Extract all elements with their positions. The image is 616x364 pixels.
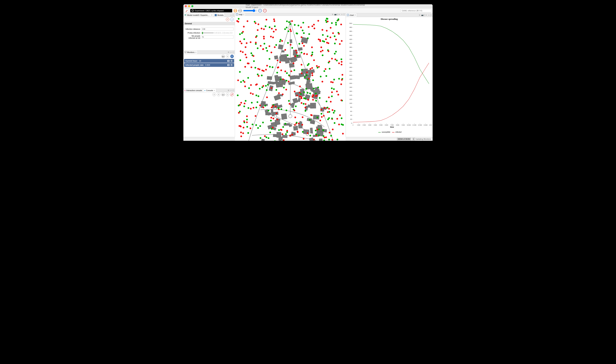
- edit-tool-button[interactable]: [184, 9, 189, 13]
- nb-infected-input[interactable]: [202, 35, 233, 39]
- chart-menu-icon[interactable]: ▾: [426, 14, 427, 16]
- trash-icon[interactable]: 🗑: [412, 138, 415, 140]
- console-refresh-button[interactable]: ↻: [226, 93, 229, 96]
- maximize-map-icon[interactable]: ▢: [343, 13, 345, 15]
- svg-point-499: [246, 126, 248, 128]
- close-console-icon[interactable]: ✕: [214, 90, 215, 91]
- console-link-icon[interactable]: ⧉: [228, 90, 230, 91]
- close-chart-icon[interactable]: ✕: [354, 14, 356, 16]
- svg-point-9: [274, 115, 277, 117]
- minimize-chart-icon[interactable]: ▭: [428, 14, 430, 16]
- svg-point-539: [305, 110, 306, 112]
- svg-point-158: [320, 51, 322, 52]
- svg-point-151: [257, 29, 258, 31]
- svg-point-456: [301, 73, 303, 74]
- svg-point-501: [243, 120, 245, 122]
- map-view[interactable]: [235, 16, 346, 141]
- chart-camera-icon[interactable]: 📷: [421, 14, 423, 16]
- maximize-monitors-icon[interactable]: ▢: [232, 51, 234, 53]
- maximize-chart-icon[interactable]: ▢: [430, 14, 432, 16]
- memory-indicator[interactable]: 885M of 963M: [397, 138, 411, 140]
- svg-point-471: [257, 68, 259, 70]
- svg-point-351: [331, 22, 333, 24]
- speed-slider[interactable]: [243, 9, 257, 12]
- infection-distance-input[interactable]: [202, 27, 233, 31]
- revert-button[interactable]: ↶: [226, 18, 229, 21]
- console-pause-button[interactable]: ❚❚: [221, 93, 225, 96]
- tab-monitors[interactable]: Monitors ✕: [183, 51, 198, 54]
- add-param-button[interactable]: ＋: [230, 18, 234, 21]
- map-menu-icon[interactable]: ▾: [339, 13, 340, 15]
- monitor-row-current-hour[interactable]: Current hour: 18 ❚❚ ✕: [184, 59, 234, 63]
- chart-sync-icon[interactable]: ⧉: [419, 14, 421, 16]
- tab-map-label: map: [239, 13, 242, 15]
- stop-button[interactable]: ✕: [263, 9, 267, 12]
- svg-point-154: [336, 91, 338, 92]
- monitor-refresh-button[interactable]: ↻: [226, 55, 229, 58]
- experiment-status-pill[interactable]: Experiment: 13621 cycles elapsed: [190, 9, 232, 12]
- map-canvas[interactable]: [235, 16, 346, 141]
- svg-text:360: 360: [349, 51, 352, 52]
- close-window-icon[interactable]: [185, 5, 187, 7]
- tab-map[interactable]: map ✕: [235, 13, 246, 16]
- tab-models[interactable]: Models: [214, 13, 225, 17]
- svg-point-209: [328, 111, 330, 113]
- close-map-icon[interactable]: ✕: [243, 13, 244, 15]
- map-sync-icon[interactable]: ⧉: [332, 13, 334, 15]
- monitor-row-infected-rate[interactable]: Infected people rate: 0.604 ❚❚ ✕: [184, 63, 234, 67]
- zoom-window-icon[interactable]: [191, 5, 193, 7]
- maximize-pane-icon[interactable]: ▢: [232, 14, 234, 16]
- svg-point-508: [291, 20, 293, 22]
- chart-view[interactable]: Disease spreading 0204060801001201401601…: [346, 17, 433, 137]
- monitor-close-icon[interactable]: ✕: [230, 64, 233, 66]
- search-input[interactable]: [401, 9, 432, 12]
- monitors-link-icon[interactable]: ⧉: [228, 51, 230, 53]
- svg-point-609: [315, 133, 317, 135]
- svg-point-207: [270, 52, 272, 53]
- monitor-pause-button[interactable]: ❚❚: [221, 55, 225, 58]
- chart-overlay-icon[interactable]: ◱: [424, 14, 425, 16]
- svg-point-627: [296, 95, 298, 96]
- svg-point-233: [274, 20, 275, 22]
- svg-point-320: [295, 105, 297, 107]
- tab-chart[interactable]: chart ✕: [346, 13, 357, 17]
- minimize-pane-icon[interactable]: ▭: [230, 14, 232, 16]
- svg-point-174: [276, 89, 277, 91]
- minimize-window-icon[interactable]: [188, 5, 190, 7]
- minimize-map-icon[interactable]: ▭: [341, 13, 343, 15]
- svg-point-156: [281, 40, 283, 42]
- close-tab-icon[interactable]: ✕: [211, 14, 212, 16]
- map-overlay-icon[interactable]: ◱: [336, 13, 338, 15]
- svg-text:380: 380: [349, 46, 352, 48]
- svg-point-7: [289, 115, 292, 118]
- proba-infection-slider[interactable]: 0.05 [0.0..1.0] every 0.0: [202, 32, 233, 34]
- chart-canvas[interactable]: 0204060801001201401601802002202402602803…: [346, 20, 432, 130]
- minimize-console-icon[interactable]: ▭: [230, 90, 232, 91]
- reload-button[interactable]: ↻: [258, 9, 262, 12]
- svg-point-540: [301, 102, 302, 104]
- svg-point-511: [319, 120, 321, 121]
- step-button[interactable]: ▶❚: [238, 9, 242, 12]
- close-monitors-icon[interactable]: ✕: [195, 51, 196, 53]
- tab-experiment[interactable]: Model model3 / Experiment main_expe... ✕: [183, 13, 214, 17]
- monitor-close-icon[interactable]: ✕: [230, 60, 233, 62]
- monitor-pause-icon[interactable]: ❚❚: [227, 60, 230, 62]
- console-clear-button[interactable]: A: [230, 93, 234, 96]
- terminal-icon: ●: [184, 89, 186, 91]
- svg-text:220: 220: [349, 78, 352, 80]
- tab-console[interactable]: ● Console ✕: [203, 89, 216, 92]
- maximize-console-icon[interactable]: ▢: [232, 90, 234, 91]
- monitor-inspect-button[interactable]: [230, 55, 234, 58]
- svg-point-367: [295, 55, 296, 57]
- tab-console-label: Console: [206, 89, 213, 91]
- svg-point-295: [282, 93, 283, 95]
- monitor-pause-icon[interactable]: ❚❚: [227, 64, 230, 66]
- map-camera-icon[interactable]: 📷: [334, 13, 336, 15]
- minimize-monitors-icon[interactable]: ▭: [230, 51, 232, 53]
- console-font-inc-button[interactable]: A: [217, 93, 220, 96]
- tab-monitors-label: Monitors: [187, 51, 194, 53]
- svg-point-617: [317, 67, 318, 69]
- console-font-dec-button[interactable]: A: [212, 93, 216, 96]
- tab-interactive-console[interactable]: ● Interactive console: [183, 89, 203, 92]
- pause-button[interactable]: ❚❚: [234, 9, 237, 12]
